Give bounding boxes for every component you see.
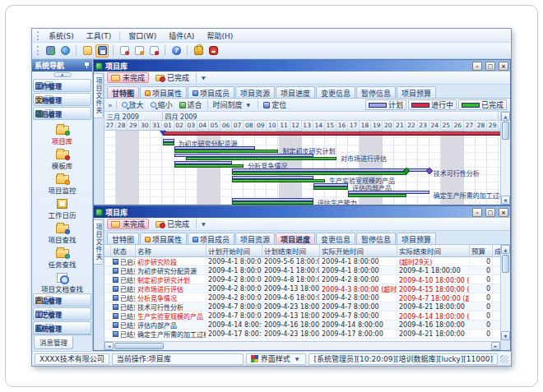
column-header-3[interactable]: 计划开始时间 [207, 245, 262, 256]
pin-icon[interactable] [84, 62, 90, 68]
tab-2[interactable]: 项目成员 [188, 86, 234, 98]
gantt-bar-actual[interactable] [232, 179, 325, 182]
menu-item-1[interactable]: 工具(T) [81, 30, 118, 42]
sidebar-item-1[interactable]: 模板库 [32, 146, 92, 171]
zoom-in-button[interactable]: 放大 [120, 99, 146, 110]
tab-7[interactable]: 项目预算 [397, 233, 436, 244]
tab-5[interactable]: 变更信息 [316, 86, 355, 98]
sidebar-item-2[interactable]: 项目监控 [32, 171, 92, 196]
collapse-button[interactable]: ▲ [53, 72, 72, 77]
menu-item-0[interactable]: 系统(S) [43, 30, 80, 42]
column-header-2[interactable]: 名称 [136, 245, 207, 256]
minimize-button[interactable]: – [472, 62, 482, 71]
table-row[interactable]: 已结束技术可行性分析2009-4-7 8:00:002009-4-23 18:0… [104, 302, 500, 311]
gantt-bar-summary[interactable] [163, 131, 501, 136]
column-header-8[interactable]: 成 [493, 245, 500, 256]
column-header-5[interactable]: 实际开始时间 [320, 245, 397, 256]
table-row[interactable]: 已结束对市场进行评估2009-4-2 8:00:002009-4-13 18:0… [104, 284, 500, 293]
table-row[interactable]: 已结束确定生产所需的加工过程2009-4-17 8:00:002009-4-23… [104, 330, 500, 339]
gantt-bar-actual[interactable] [313, 187, 348, 190]
gantt-bar-actual[interactable] [232, 201, 313, 205]
window1-title-bar[interactable]: 项目库 – □ × [94, 60, 510, 71]
gantt-bar-actual[interactable] [174, 150, 279, 153]
gantt-bar-actual[interactable] [174, 164, 244, 168]
column-header-0[interactable] [104, 245, 111, 256]
doc-add-button[interactable] [118, 44, 131, 58]
table-row[interactable]: 已结束生产实验室规模的产品2009-4-7 8:00:002009-4-13 1… [104, 311, 500, 321]
lock-button[interactable] [192, 44, 205, 58]
tab-3[interactable]: 项目资源 [235, 86, 275, 98]
scroll-up-icon[interactable]: ▲ [501, 245, 510, 254]
column-header-1[interactable]: 状态 [111, 245, 136, 256]
zoom-out-button[interactable]: 缩小 [149, 99, 174, 110]
gantt-canvas[interactable]: 为初步研究分配资源制定初步研究计划对市场进行评估分析竞争情况技术可行性分析生产实… [104, 131, 500, 205]
save-button[interactable] [95, 44, 109, 58]
minimize-button[interactable]: – [472, 208, 482, 217]
sidebar-group-bottom-1[interactable]: 工艺管理▼ [33, 307, 91, 321]
column-header-7[interactable]: 预算 [470, 245, 493, 256]
column-header-6[interactable]: 实际结束时间 [397, 245, 470, 256]
maximize-button[interactable]: □ [485, 208, 495, 217]
column-header-4[interactable]: 计划结束时间 [262, 245, 320, 256]
maximize-button[interactable]: □ [485, 62, 495, 71]
sidebar-group-bottom-2[interactable]: 系统管理▼ [33, 321, 91, 334]
project-folder-tab[interactable]: 项目文件夹 [94, 73, 104, 118]
time-scale-button[interactable]: 时间刻度▼ [211, 99, 255, 110]
filter-finished-button[interactable]: 已完成 [151, 72, 193, 83]
tab-5[interactable]: 变更信息 [316, 233, 355, 244]
overflow-chevron[interactable]: » [108, 101, 113, 109]
table-horizontal-scrollbar[interactable]: ◄ ► [104, 341, 500, 350]
table-row[interactable]: 已结束评估内部产品2009-4-14 8:00:002009-4-16 18:0… [104, 321, 500, 330]
resize-grip[interactable] [500, 355, 508, 363]
tab-3[interactable]: 项目资源 [235, 233, 275, 244]
table-row[interactable]: 已结束制定初步研究计划2009-4-2 8:00:002009-4-8 18:0… [104, 275, 500, 284]
scroll-down-icon[interactable]: ▼ [501, 331, 510, 340]
interface-style-button[interactable]: 界面样式 ▼ [246, 353, 307, 365]
close-button[interactable]: × [499, 208, 508, 217]
gantt-bar-actual[interactable] [163, 142, 174, 145]
scroll-right-icon[interactable]: ► [491, 342, 500, 350]
tab-1[interactable]: 项目属性 [140, 233, 187, 244]
tab-4[interactable]: 项目进度 [276, 233, 315, 244]
tab-0[interactable]: 甘特图 [107, 86, 139, 98]
gantt-bar-actual[interactable] [348, 194, 406, 197]
sidebar-group-top-1[interactable]: 文档管理▼ [33, 93, 91, 106]
scroll-left-icon[interactable]: ◄ [104, 342, 114, 350]
sidebar-group-project[interactable]: 项目管理▲ [33, 107, 91, 120]
scroll-thumb[interactable] [502, 122, 509, 140]
close-button[interactable]: × [499, 62, 508, 71]
tab-1[interactable]: 项目属性 [140, 86, 187, 98]
chevron-down-icon[interactable]: ▼ [199, 75, 208, 81]
filter-unfinished-button[interactable]: 未完成 [107, 72, 149, 83]
chevron-down-icon[interactable]: ▼ [199, 221, 208, 227]
scroll-thumb[interactable] [114, 343, 164, 349]
window2-title-bar[interactable]: 项目库 – □ × [94, 206, 510, 218]
doc-edit-button[interactable] [132, 44, 146, 58]
table-vertical-scrollbar[interactable]: ▲ ▼ [500, 245, 510, 350]
scroll-down-icon[interactable]: ▼ [501, 196, 510, 205]
menu-item-3[interactable]: 插件(A) [163, 30, 200, 42]
globe-button[interactable] [58, 44, 72, 58]
menu-item-2[interactable]: 窗口(W) [123, 30, 162, 42]
gantt-bar-actual[interactable] [232, 172, 406, 175]
tab-4[interactable]: 项目进度 [276, 86, 315, 98]
table-row[interactable]: 已启动初步研究阶段2009-4-1 8:00:002009-5-6 18:00:… [104, 257, 500, 266]
menu-item-4[interactable]: 帮助(H) [201, 30, 239, 42]
sidebar-item-4[interactable]: 项目查找 [32, 220, 92, 245]
scroll-up-icon[interactable]: ▲ [501, 112, 510, 121]
monitor-button[interactable] [44, 44, 57, 58]
exit-button[interactable] [207, 44, 220, 58]
tab-2[interactable]: 项目成员 [188, 233, 234, 244]
sidebar-item-5[interactable]: 任务查找 [32, 245, 92, 270]
doc-del-button[interactable] [147, 44, 160, 58]
help-button[interactable] [169, 44, 183, 58]
filter-unfinished-button[interactable]: 未完成 [107, 219, 149, 229]
sidebar-group-top-0[interactable]: 工作管理▼ [33, 79, 91, 92]
project-folder-tab[interactable]: 项目文件夹 [94, 219, 104, 265]
folder-button[interactable] [81, 44, 94, 58]
tab-6[interactable]: 暂停信息 [356, 233, 396, 244]
sidebar-item-6[interactable]: 项目文档查找 [32, 270, 92, 293]
filter-finished-button[interactable]: 已完成 [151, 219, 193, 229]
tab-0[interactable]: 甘特图 [107, 233, 139, 244]
gantt-vertical-scrollbar[interactable]: ▲ ▼ [500, 112, 510, 205]
